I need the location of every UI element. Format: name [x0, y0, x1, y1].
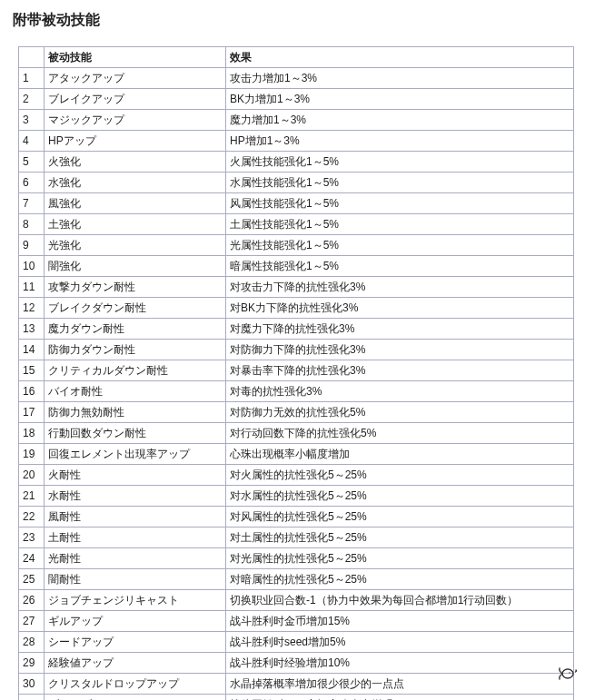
row-effect: 对魔力下降的抗性强化3% [226, 319, 574, 340]
row-effect: 战斗胜利时金币增加15% [226, 611, 574, 632]
row-skill: 光耐性 [45, 548, 226, 569]
row-skill: バイオ耐性 [45, 381, 226, 402]
row-skill: 風耐性 [45, 507, 226, 527]
row-index: 24 [19, 548, 45, 569]
row-index: 1 [19, 68, 45, 89]
row-skill: 土強化 [45, 214, 226, 235]
row-index: 15 [19, 360, 45, 381]
row-index: 9 [19, 235, 45, 256]
table-row: 8土強化土属性技能强化1～5% [19, 214, 574, 235]
table-row: 31ブレイブスターター战斗开始时，一定概率攻击力增强 [19, 695, 574, 701]
table-row: 2ブレイクアップBK力增加1～3% [19, 89, 574, 110]
row-index: 13 [19, 319, 45, 340]
row-effect: 切换职业回合数-1（协力中效果为每回合都增加1行动回数） [226, 590, 574, 611]
row-skill: 防御力ダウン耐性 [45, 340, 226, 360]
row-index: 2 [19, 89, 45, 110]
table-row: 19回復エレメント出現率アップ心珠出现概率小幅度增加 [19, 444, 574, 465]
row-skill: クリスタルドロップアップ [45, 674, 226, 695]
row-skill: マジックアップ [45, 110, 226, 131]
table-row: 13魔力ダウン耐性对魔力下降的抗性强化3% [19, 319, 574, 340]
row-skill: 闇強化 [45, 256, 226, 277]
table-header-row: 被动技能 效果 [19, 47, 574, 68]
row-index: 5 [19, 152, 45, 173]
row-effect: 对风属性的抗性强化5～25% [226, 507, 574, 527]
table-row: 15クリティカルダウン耐性对暴击率下降的抗性强化3% [19, 360, 574, 381]
row-index: 21 [19, 486, 45, 507]
table-row: 24光耐性对光属性的抗性强化5～25% [19, 548, 574, 569]
row-index: 29 [19, 653, 45, 674]
row-skill: 水耐性 [45, 486, 226, 507]
table-row: 23土耐性对土属性的抗性强化5～25% [19, 527, 574, 548]
row-effect: 对BK力下降的抗性强化3% [226, 298, 574, 319]
row-effect: 对火属性的抗性强化5～25% [226, 465, 574, 486]
table-row: 28シードアップ战斗胜利时seed增加5% [19, 632, 574, 653]
row-effect: 对行动回数下降的抗性强化5% [226, 423, 574, 444]
table-row: 21水耐性对水属性的抗性强化5～25% [19, 486, 574, 507]
row-index: 25 [19, 569, 45, 590]
section-heading: 附带被动技能 [13, 11, 582, 30]
row-skill: 光強化 [45, 235, 226, 256]
row-skill: 回復エレメント出現率アップ [45, 444, 226, 465]
passive-skill-table: 被动技能 效果 1アタックアップ攻击力增加1～3%2ブレイクアップBK力增加1～… [18, 46, 574, 700]
row-index: 11 [19, 277, 45, 298]
row-skill: 土耐性 [45, 527, 226, 548]
table-row: 11攻撃力ダウン耐性对攻击力下降的抗性强化3% [19, 277, 574, 298]
row-skill: ブレイクアップ [45, 89, 226, 110]
row-index: 14 [19, 340, 45, 360]
row-skill: ジョブチェンジリキャスト [45, 590, 226, 611]
row-skill: 攻撃力ダウン耐性 [45, 277, 226, 298]
row-effect: 风属性技能强化1～5% [226, 193, 574, 214]
row-index: 7 [19, 193, 45, 214]
row-index: 17 [19, 402, 45, 423]
row-index: 3 [19, 110, 45, 131]
row-skill: シードアップ [45, 632, 226, 653]
row-effect: 对土属性的抗性强化5～25% [226, 527, 574, 548]
col-effect-header: 效果 [226, 47, 574, 68]
row-effect: 对防御力下降的抗性强化3% [226, 340, 574, 360]
row-effect: 战斗开始时，一定概率攻击力增强 [226, 695, 574, 701]
row-effect: 战斗胜利时经验增加10% [226, 653, 574, 674]
row-index: 10 [19, 256, 45, 277]
table-row: 27ギルアップ战斗胜利时金币增加15% [19, 611, 574, 632]
row-index: 28 [19, 632, 45, 653]
row-effect: 心珠出现概率小幅度增加 [226, 444, 574, 465]
row-effect: HP增加1～3% [226, 131, 574, 152]
table-row: 6水強化水属性技能强化1～5% [19, 173, 574, 193]
row-effect: 对暴击率下降的抗性强化3% [226, 360, 574, 381]
table-row: 30クリスタルドロップアップ水晶掉落概率增加很少很少的一点点 [19, 674, 574, 695]
row-effect: 对水属性的抗性强化5～25% [226, 486, 574, 507]
col-index-header [19, 47, 45, 68]
row-index: 18 [19, 423, 45, 444]
row-index: 22 [19, 507, 45, 527]
row-index: 8 [19, 214, 45, 235]
table-row: 29経験値アップ战斗胜利时经验增加10% [19, 653, 574, 674]
row-skill: 行動回数ダウン耐性 [45, 423, 226, 444]
row-index: 20 [19, 465, 45, 486]
table-row: 10闇強化暗属性技能强化1～5% [19, 256, 574, 277]
table-row: 1アタックアップ攻击力增加1～3% [19, 68, 574, 89]
table-row: 18行動回数ダウン耐性对行动回数下降的抗性强化5% [19, 423, 574, 444]
row-index: 30 [19, 674, 45, 695]
row-skill: 水強化 [45, 173, 226, 193]
row-skill: 火耐性 [45, 465, 226, 486]
table-row: 14防御力ダウン耐性对防御力下降的抗性强化3% [19, 340, 574, 360]
row-effect: 暗属性技能强化1～5% [226, 256, 574, 277]
row-skill: アタックアップ [45, 68, 226, 89]
row-index: 19 [19, 444, 45, 465]
table-row: 9光強化光属性技能强化1～5% [19, 235, 574, 256]
table-row: 20火耐性对火属性的抗性强化5～25% [19, 465, 574, 486]
row-index: 23 [19, 527, 45, 548]
row-index: 16 [19, 381, 45, 402]
row-effect: 对防御力无效的抗性强化5% [226, 402, 574, 423]
mascot-icon [555, 663, 579, 685]
table-row: 12ブレイクダウン耐性对BK力下降的抗性强化3% [19, 298, 574, 319]
row-index: 27 [19, 611, 45, 632]
row-effect: 战斗胜利时seed增加5% [226, 632, 574, 653]
row-effect: 对攻击力下降的抗性强化3% [226, 277, 574, 298]
table-row: 25闇耐性对暗属性的抗性强化5～25% [19, 569, 574, 590]
row-index: 4 [19, 131, 45, 152]
row-skill: 魔力ダウン耐性 [45, 319, 226, 340]
row-skill: ブレイクダウン耐性 [45, 298, 226, 319]
row-skill: HPアップ [45, 131, 226, 152]
row-skill: 風強化 [45, 193, 226, 214]
